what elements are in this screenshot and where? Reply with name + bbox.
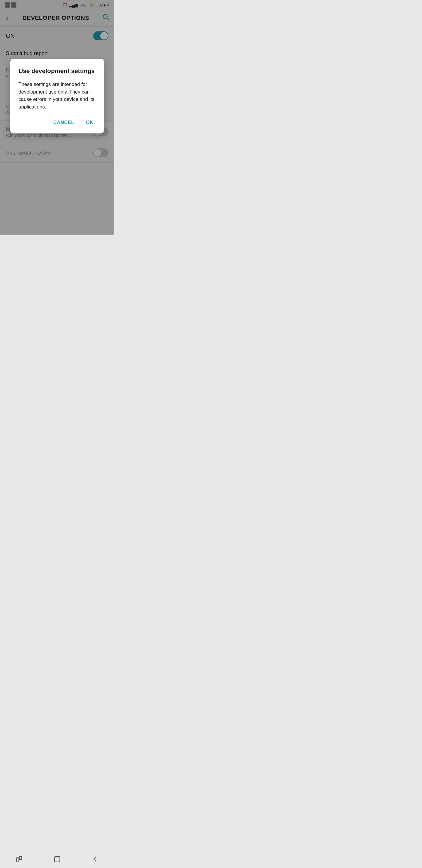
ok-button[interactable]: OK xyxy=(84,119,96,126)
development-settings-dialog: Use development settings These settings … xyxy=(10,59,104,133)
cancel-button[interactable]: CANCEL xyxy=(51,119,76,126)
dialog-overlay: Use development settings These settings … xyxy=(0,0,114,235)
dialog-body: These settings are intended for developm… xyxy=(19,81,96,111)
dialog-actions: CANCEL OK xyxy=(19,119,96,129)
dialog-title: Use development settings xyxy=(19,67,96,75)
